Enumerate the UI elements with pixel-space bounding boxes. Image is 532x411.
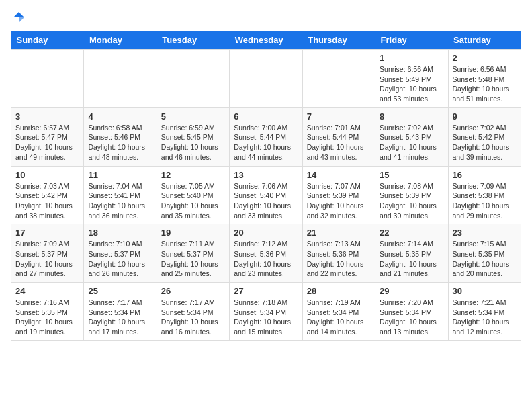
day-number: 15: [380, 170, 443, 180]
day-info: Sunrise: 7:06 AMSunset: 5:40 PMDaylight:…: [234, 181, 298, 221]
calendar-cell: 11Sunrise: 7:04 AMSunset: 5:41 PMDayligh…: [84, 166, 157, 224]
day-info: Sunrise: 7:04 AMSunset: 5:41 PMDaylight:…: [88, 181, 152, 221]
weekday-header-thursday: Thursday: [302, 31, 375, 50]
day-info: Sunrise: 7:15 AMSunset: 5:35 PMDaylight:…: [453, 239, 517, 279]
day-number: 22: [380, 228, 443, 238]
svg-marker-1: [19, 17, 24, 23]
day-info: Sunrise: 7:21 AMSunset: 5:34 PMDaylight:…: [453, 298, 517, 337]
calendar-cell: 26Sunrise: 7:17 AMSunset: 5:34 PMDayligh…: [157, 283, 229, 341]
svg-marker-0: [13, 12, 24, 17]
day-number: 5: [161, 111, 225, 122]
day-number: 16: [453, 170, 517, 180]
day-number: 25: [88, 286, 152, 296]
logo: [11, 11, 26, 24]
calendar-cell: 12Sunrise: 7:05 AMSunset: 5:40 PMDayligh…: [157, 166, 229, 224]
calendar-cell: [230, 50, 302, 108]
day-number: 18: [88, 228, 152, 238]
day-number: 21: [307, 228, 371, 238]
day-number: 19: [161, 228, 225, 238]
day-info: Sunrise: 6:56 AMSunset: 5:49 PMDaylight:…: [380, 64, 443, 104]
day-info: Sunrise: 7:02 AMSunset: 5:42 PMDaylight:…: [453, 123, 517, 163]
logo-icon: [12, 11, 26, 24]
day-info: Sunrise: 7:02 AMSunset: 5:43 PMDaylight:…: [380, 123, 443, 163]
day-info: Sunrise: 7:18 AMSunset: 5:34 PMDaylight:…: [234, 298, 298, 337]
day-info: Sunrise: 7:14 AMSunset: 5:35 PMDaylight:…: [380, 239, 443, 279]
page-header: [11, 11, 521, 24]
day-number: 14: [307, 170, 371, 180]
day-info: Sunrise: 7:09 AMSunset: 5:38 PMDaylight:…: [453, 181, 517, 221]
calendar-cell: 5Sunrise: 6:59 AMSunset: 5:45 PMDaylight…: [157, 107, 229, 166]
calendar-table: SundayMondayTuesdayWednesdayThursdayFrid…: [11, 31, 521, 341]
day-info: Sunrise: 7:11 AMSunset: 5:37 PMDaylight:…: [161, 239, 225, 279]
day-info: Sunrise: 6:59 AMSunset: 5:45 PMDaylight:…: [161, 123, 225, 163]
calendar-cell: 2Sunrise: 6:56 AMSunset: 5:48 PMDaylight…: [448, 50, 521, 108]
calendar-cell: [157, 50, 229, 108]
calendar-cell: 22Sunrise: 7:14 AMSunset: 5:35 PMDayligh…: [375, 224, 448, 283]
calendar-cell: 23Sunrise: 7:15 AMSunset: 5:35 PMDayligh…: [448, 224, 521, 283]
calendar-cell: 3Sunrise: 6:57 AMSunset: 5:47 PMDaylight…: [11, 107, 84, 166]
calendar-cell: 30Sunrise: 7:21 AMSunset: 5:34 PMDayligh…: [448, 283, 521, 341]
day-number: 26: [161, 286, 225, 296]
day-number: 7: [307, 111, 371, 122]
calendar-cell: [84, 50, 157, 108]
day-info: Sunrise: 7:20 AMSunset: 5:34 PMDaylight:…: [380, 298, 443, 337]
calendar-cell: 13Sunrise: 7:06 AMSunset: 5:40 PMDayligh…: [230, 166, 302, 224]
weekday-header-wednesday: Wednesday: [230, 31, 302, 50]
day-number: 1: [380, 53, 443, 63]
calendar-cell: 19Sunrise: 7:11 AMSunset: 5:37 PMDayligh…: [157, 224, 229, 283]
weekday-header-friday: Friday: [375, 31, 448, 50]
calendar-cell: 18Sunrise: 7:10 AMSunset: 5:37 PMDayligh…: [84, 224, 157, 283]
day-number: 20: [234, 228, 298, 238]
calendar-cell: 7Sunrise: 7:01 AMSunset: 5:44 PMDaylight…: [302, 107, 375, 166]
day-number: 6: [234, 111, 298, 122]
day-info: Sunrise: 7:17 AMSunset: 5:34 PMDaylight:…: [88, 298, 152, 337]
calendar-cell: [11, 50, 84, 108]
day-number: 3: [15, 111, 79, 122]
day-number: 4: [88, 111, 152, 122]
day-number: 8: [380, 111, 443, 122]
calendar-cell: 27Sunrise: 7:18 AMSunset: 5:34 PMDayligh…: [230, 283, 302, 341]
calendar-cell: 4Sunrise: 6:58 AMSunset: 5:46 PMDaylight…: [84, 107, 157, 166]
day-info: Sunrise: 7:16 AMSunset: 5:35 PMDaylight:…: [15, 298, 79, 337]
day-number: 30: [453, 286, 517, 296]
day-info: Sunrise: 6:58 AMSunset: 5:46 PMDaylight:…: [88, 123, 152, 163]
calendar-cell: 17Sunrise: 7:09 AMSunset: 5:37 PMDayligh…: [11, 224, 84, 283]
weekday-header-monday: Monday: [84, 31, 157, 50]
calendar-cell: 25Sunrise: 7:17 AMSunset: 5:34 PMDayligh…: [84, 283, 157, 341]
day-info: Sunrise: 7:08 AMSunset: 5:39 PMDaylight:…: [380, 181, 443, 221]
day-number: 28: [307, 286, 371, 296]
day-info: Sunrise: 7:10 AMSunset: 5:37 PMDaylight:…: [88, 239, 152, 279]
calendar-cell: 29Sunrise: 7:20 AMSunset: 5:34 PMDayligh…: [375, 283, 448, 341]
day-number: 13: [234, 170, 298, 180]
calendar-cell: [302, 50, 375, 108]
calendar-cell: 10Sunrise: 7:03 AMSunset: 5:42 PMDayligh…: [11, 166, 84, 224]
day-info: Sunrise: 6:56 AMSunset: 5:48 PMDaylight:…: [453, 64, 517, 104]
day-info: Sunrise: 7:00 AMSunset: 5:44 PMDaylight:…: [234, 123, 298, 163]
day-info: Sunrise: 7:13 AMSunset: 5:36 PMDaylight:…: [307, 239, 371, 279]
day-number: 24: [15, 286, 79, 296]
calendar-cell: 28Sunrise: 7:19 AMSunset: 5:34 PMDayligh…: [302, 283, 375, 341]
day-number: 10: [15, 170, 79, 180]
day-number: 2: [453, 53, 517, 63]
day-info: Sunrise: 6:57 AMSunset: 5:47 PMDaylight:…: [15, 123, 79, 163]
day-number: 12: [161, 170, 225, 180]
day-number: 29: [380, 286, 443, 296]
calendar-cell: 20Sunrise: 7:12 AMSunset: 5:36 PMDayligh…: [230, 224, 302, 283]
day-info: Sunrise: 7:09 AMSunset: 5:37 PMDaylight:…: [15, 239, 79, 279]
calendar-cell: 21Sunrise: 7:13 AMSunset: 5:36 PMDayligh…: [302, 224, 375, 283]
day-info: Sunrise: 7:01 AMSunset: 5:44 PMDaylight:…: [307, 123, 371, 163]
weekday-header-tuesday: Tuesday: [157, 31, 229, 50]
calendar-cell: 24Sunrise: 7:16 AMSunset: 5:35 PMDayligh…: [11, 283, 84, 341]
weekday-header-sunday: Sunday: [11, 31, 84, 50]
day-info: Sunrise: 7:17 AMSunset: 5:34 PMDaylight:…: [161, 298, 225, 337]
calendar-cell: 16Sunrise: 7:09 AMSunset: 5:38 PMDayligh…: [448, 166, 521, 224]
day-number: 23: [453, 228, 517, 238]
day-info: Sunrise: 7:19 AMSunset: 5:34 PMDaylight:…: [307, 298, 371, 337]
day-info: Sunrise: 7:05 AMSunset: 5:40 PMDaylight:…: [161, 181, 225, 221]
day-info: Sunrise: 7:07 AMSunset: 5:39 PMDaylight:…: [307, 181, 371, 221]
calendar-cell: 15Sunrise: 7:08 AMSunset: 5:39 PMDayligh…: [375, 166, 448, 224]
day-number: 11: [88, 170, 152, 180]
day-number: 9: [453, 111, 517, 122]
day-info: Sunrise: 7:03 AMSunset: 5:42 PMDaylight:…: [15, 181, 79, 221]
calendar-cell: 8Sunrise: 7:02 AMSunset: 5:43 PMDaylight…: [375, 107, 448, 166]
